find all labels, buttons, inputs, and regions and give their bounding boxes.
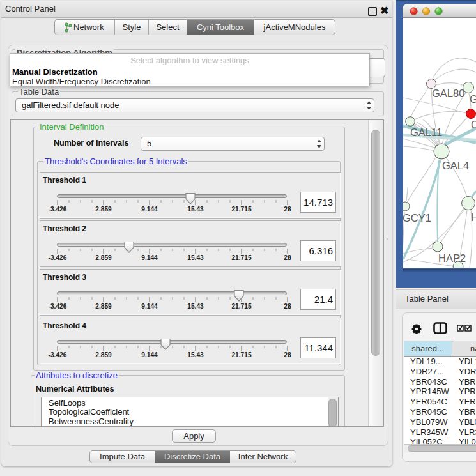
svg-text:H: H: [471, 211, 476, 223]
svg-text:GA: GA: [470, 93, 476, 105]
svg-text:GCY1: GCY1: [403, 212, 431, 224]
svg-text:C: C: [471, 119, 476, 130]
svg-text:GAL4: GAL4: [442, 160, 469, 171]
svg-text:GAL11: GAL11: [410, 127, 442, 138]
svg-text:GAL80: GAL80: [432, 88, 464, 99]
svg-text:HAP2: HAP2: [438, 252, 466, 264]
